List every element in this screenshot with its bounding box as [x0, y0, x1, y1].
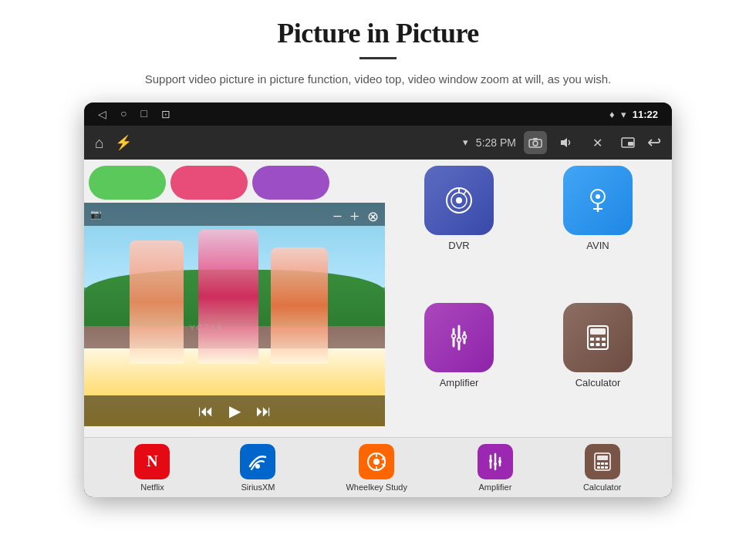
pip-close-button[interactable]: ⊗ [367, 208, 379, 225]
svg-point-1 [533, 141, 538, 146]
app-grid-right: DVR AVIN [385, 160, 672, 437]
calculator-bottom-item[interactable]: Calculator [583, 444, 622, 492]
pip-button[interactable] [616, 131, 640, 154]
amplifier-label: Amplifier [440, 377, 479, 388]
amplifier-app-item[interactable]: Amplifier [394, 303, 524, 431]
svg-point-34 [373, 459, 380, 465]
status-bar: ◁ ○ □ ⊡ ♦ ▾ 11:22 [84, 103, 672, 126]
clock-display: 5:28 PM [476, 136, 516, 149]
screenshot-nav-icon[interactable]: ⊡ [161, 108, 170, 121]
page-title: Picture in Picture [277, 17, 479, 49]
volume-icon [559, 137, 573, 148]
wheelkey-pill[interactable] [252, 166, 329, 200]
location-icon: ♦ [609, 109, 615, 120]
close-button[interactable]: ✕ [586, 131, 609, 154]
svg-rect-48 [601, 462, 604, 465]
calculator-icon-box[interactable] [563, 303, 633, 372]
avin-icon [582, 184, 614, 217]
svg-rect-25 [590, 328, 606, 335]
back-button[interactable]: ↩ [647, 133, 661, 153]
wheelkey-bottom-icon[interactable] [359, 444, 394, 479]
wheelkey-icon [366, 451, 387, 472]
avin-icon-box[interactable] [563, 166, 633, 235]
video-content: YC729 [84, 203, 385, 426]
siriusxm-pill[interactable] [170, 166, 248, 200]
svg-point-8 [456, 197, 462, 203]
svg-point-43 [494, 462, 497, 466]
bottom-app-row: N Netflix SiriusXM [84, 437, 672, 497]
dvr-icon-box[interactable] [424, 166, 494, 235]
video-pip-container: YC729 📷 − + ⊗ ⏮ ▶ [84, 160, 385, 437]
sirius-bottom-item[interactable]: SiriusXM [240, 444, 275, 492]
sirius-bottom-label: SiriusXM [241, 483, 275, 492]
svg-marker-3 [561, 138, 567, 147]
skip-back-button[interactable]: ⏮ [198, 402, 214, 420]
svg-rect-31 [602, 343, 606, 346]
calculator-bottom-icon[interactable] [585, 444, 620, 479]
wifi-icon: ▾ [621, 109, 626, 120]
wifi-status-icon: ▾ [463, 136, 468, 149]
svg-point-12 [596, 194, 600, 199]
svg-rect-47 [597, 462, 600, 465]
svg-rect-51 [601, 466, 604, 469]
svg-rect-49 [605, 462, 608, 465]
camera-button[interactable] [524, 131, 547, 154]
amplifier-icon [443, 321, 475, 354]
amplifier-bottom-item[interactable]: Amplifier [478, 444, 513, 492]
usb-icon[interactable]: ⚡ [115, 134, 132, 151]
wheelkey-bottom-item[interactable]: Wheelkey Study [346, 444, 407, 492]
status-time: 11:22 [633, 109, 658, 120]
app-row-top [84, 160, 385, 200]
device-frame: ◁ ○ □ ⊡ ♦ ▾ 11:22 ⌂ ⚡ ▾ 5:28 PM [84, 103, 672, 497]
calculator-bottom-label: Calculator [583, 483, 622, 492]
sirius-icon [247, 451, 268, 472]
svg-rect-28 [602, 338, 606, 341]
home-icon[interactable]: ⌂ [95, 134, 104, 152]
calculator-icon [582, 321, 614, 354]
netflix-bottom-item[interactable]: N Netflix [134, 444, 170, 492]
dvr-icon [443, 184, 475, 217]
netflix-bottom-icon[interactable]: N [134, 444, 170, 479]
title-divider [359, 57, 397, 59]
svg-rect-30 [596, 343, 600, 346]
pip-controls: − + ⊗ [326, 203, 385, 230]
svg-rect-50 [597, 466, 600, 469]
calculator-label: Calculator [575, 377, 621, 388]
camera-icon [528, 137, 542, 148]
dvr-label: DVR [448, 240, 469, 251]
wheelkey-bottom-label: Wheelkey Study [346, 483, 407, 492]
amplifier-bottom-icon[interactable] [478, 444, 513, 479]
pip-plus-button[interactable]: + [350, 207, 359, 227]
top-action-bar: ⌂ ⚡ ▾ 5:28 PM [84, 126, 672, 160]
back-nav-icon[interactable]: ◁ [98, 108, 106, 121]
main-content: YC729 📷 − + ⊗ ⏮ ▶ [84, 160, 672, 437]
svg-rect-26 [590, 338, 594, 341]
sirius-bottom-icon[interactable] [240, 444, 275, 479]
top-bar-left: ⌂ ⚡ [95, 134, 132, 152]
recents-nav-icon[interactable]: □ [140, 108, 147, 120]
video-window[interactable]: YC729 📷 − + ⊗ ⏮ ▶ [84, 203, 385, 426]
top-bar-right: ▾ 5:28 PM ✕ [463, 131, 661, 154]
calculator-app-item[interactable]: Calculator [533, 303, 663, 431]
amplifier-icon-box[interactable] [424, 303, 494, 372]
svg-rect-29 [590, 343, 594, 346]
play-pause-button[interactable]: ▶ [229, 402, 241, 420]
calculator-bottom-icon-svg [592, 451, 613, 472]
status-bar-right: ♦ ▾ 11:22 [609, 109, 658, 120]
volume-button[interactable] [555, 131, 578, 154]
svg-point-32 [255, 464, 260, 469]
dvr-app-item[interactable]: DVR [394, 166, 524, 294]
amplifier-bottom-label: Amplifier [479, 483, 512, 492]
avin-label: AVIN [586, 240, 609, 251]
pip-minus-button[interactable]: − [332, 207, 342, 227]
netflix-bottom-label: Netflix [140, 483, 164, 492]
amplifier-bottom-icon-svg [484, 451, 506, 472]
subtitle: Support video picture in picture functio… [145, 70, 611, 89]
skip-forward-button[interactable]: ⏭ [256, 402, 272, 420]
svg-rect-52 [605, 466, 608, 469]
home-nav-icon[interactable]: ○ [120, 108, 127, 120]
svg-point-42 [489, 459, 492, 462]
netflix-pill[interactable] [89, 166, 166, 200]
svg-rect-46 [597, 456, 608, 460]
avin-app-item[interactable]: AVIN [533, 166, 663, 294]
